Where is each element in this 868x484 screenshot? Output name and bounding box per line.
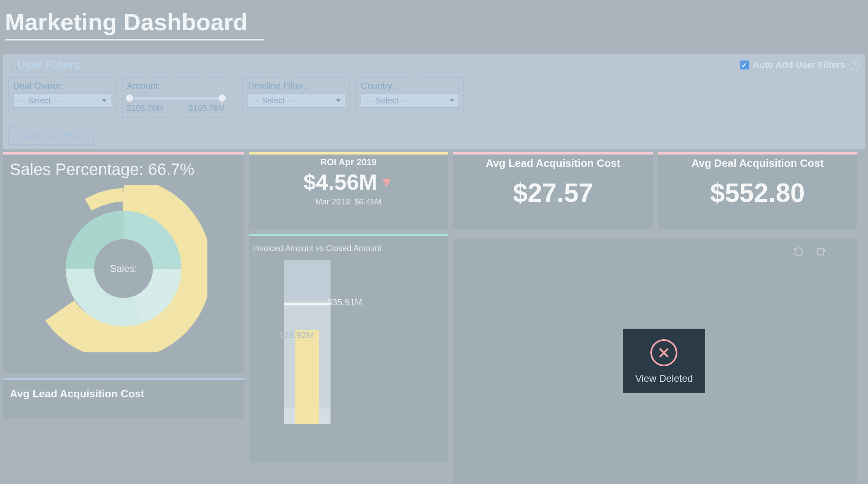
roi-card[interactable]: ROI Apr 2019 $4.56M ▼ Mar 2019: $6.45M <box>249 152 448 229</box>
lead-cost-card-2[interactable]: Avg Lead Acquisition Cost <box>3 378 244 419</box>
select-placeholder: --- Select --- <box>252 96 295 105</box>
deal-cost-card[interactable]: Avg Deal Acquisition Cost $552.80 <box>658 152 857 229</box>
svg-point-8 <box>843 253 844 253</box>
deal-owner-select[interactable]: --- Select --- <box>13 94 111 108</box>
svg-point-6 <box>843 251 844 251</box>
roi-value: $4.56M <box>304 169 377 195</box>
bullet-marker <box>284 303 331 305</box>
filter-label: Country: <box>361 81 459 91</box>
filter-label: Timeline Filter: <box>247 81 345 91</box>
timeline-select[interactable]: --- Select --- <box>247 94 345 108</box>
filter-country: Country: --- Select --- <box>356 77 464 112</box>
amount-slider[interactable] <box>129 97 223 100</box>
roi-compare: Mar 2019: $6.45M <box>249 197 448 206</box>
add-filters-label: Add User Filters <box>23 130 88 141</box>
plus-icon <box>15 130 20 141</box>
sales-title: Sales Percentage: 66.7% <box>3 155 244 179</box>
chevron-down-icon <box>336 99 341 102</box>
export-icon[interactable] <box>816 246 827 258</box>
deleted-view-card[interactable]: View Deleted <box>453 239 857 484</box>
more-icon[interactable] <box>839 246 850 258</box>
select-placeholder: --- Select --- <box>365 96 409 105</box>
bullet-marker-label: $35.91M <box>327 297 362 308</box>
slider-max-label: $105.76M <box>189 103 225 113</box>
card-title: Avg Lead Acquisition Cost <box>3 380 244 408</box>
bullet-bar-label: $29.92M <box>279 330 314 341</box>
bullet-chart-card[interactable]: Invoiced Amount vs Closed Amount $35.91M… <box>249 234 448 463</box>
slider-thumb-min[interactable] <box>125 94 134 103</box>
bullet-bar <box>295 330 319 424</box>
slider-min-label: $105.76M <box>127 103 163 113</box>
roi-title: ROI Apr 2019 <box>249 155 448 168</box>
chevron-down-icon <box>102 99 107 102</box>
view-deleted-badge: View Deleted <box>623 329 705 393</box>
kpi-value: $27.57 <box>453 178 653 208</box>
auto-add-checkbox[interactable]: ✓ <box>740 60 749 69</box>
bullet-chart: $35.91M $29.92M <box>249 256 448 428</box>
lead-cost-card[interactable]: Avg Lead Acquisition Cost $27.57 <box>453 152 653 229</box>
svg-point-7 <box>843 251 844 252</box>
filter-amount: Amount: $105.76M $105.76M <box>122 77 236 118</box>
filter-timeline: Timeline Filter: --- Select --- <box>242 77 350 112</box>
bullet-title: Invoiced Amount vs Closed Amount <box>249 236 448 256</box>
refresh-icon[interactable] <box>793 246 804 258</box>
slider-thumb-max[interactable] <box>218 94 227 103</box>
error-circle-icon <box>650 339 677 366</box>
drag-handle-icon[interactable] <box>8 62 14 68</box>
filter-label: Deal Owner: <box>13 81 111 91</box>
help-icon[interactable]: ? <box>849 60 860 70</box>
trend-down-icon: ▼ <box>380 174 394 190</box>
kpi-value: $552.80 <box>658 178 857 208</box>
sales-donut-chart: Sales: <box>3 179 244 359</box>
select-placeholder: --- Select --- <box>18 96 61 105</box>
kpi-title: Avg Deal Acquisition Cost <box>658 155 857 170</box>
user-filters-panel: User Filters ✓ Auto Add User Filters ? D… <box>3 54 865 149</box>
filter-deal-owner: Deal Owner: --- Select --- <box>8 77 116 112</box>
svg-rect-5 <box>817 249 823 255</box>
page-title[interactable]: Marketing Dashboard <box>5 8 264 40</box>
auto-add-label: Auto Add User Filters <box>753 60 845 70</box>
add-user-filters-button[interactable]: Add User Filters <box>8 127 94 145</box>
donut-center-label: Sales: <box>110 263 137 274</box>
filters-title: User Filters <box>17 58 80 72</box>
country-select[interactable]: --- Select --- <box>361 94 459 108</box>
deleted-message: View Deleted <box>635 373 693 384</box>
kpi-title: Avg Lead Acquisition Cost <box>453 155 653 170</box>
filter-label: Amount: <box>127 81 232 91</box>
chevron-down-icon <box>450 99 454 102</box>
sales-percentage-card[interactable]: Sales Percentage: 66.7% Sales: <box>3 152 244 373</box>
